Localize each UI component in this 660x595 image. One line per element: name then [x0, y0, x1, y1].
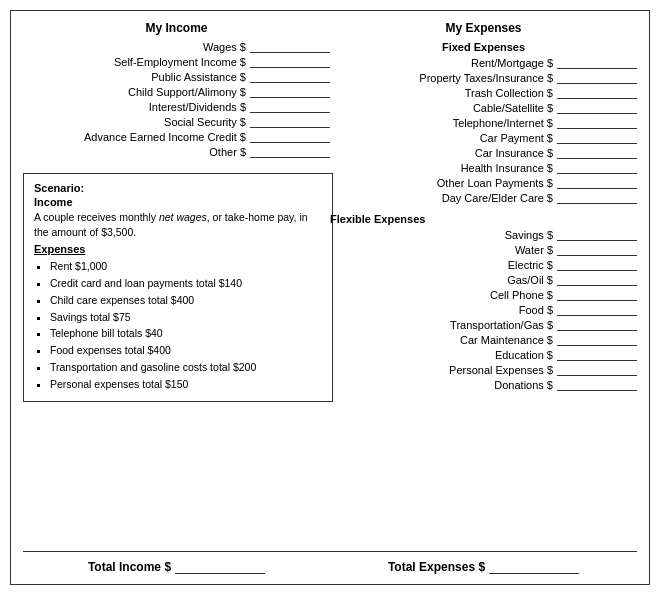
- expense-line-cellphone: [557, 289, 637, 301]
- expense-row: Day Care/Elder Care $: [330, 192, 637, 204]
- expense-label-gasoil: Gas/Oil $: [507, 274, 553, 286]
- total-income-line: [175, 560, 265, 574]
- expense-row: Food $: [330, 304, 637, 316]
- income-label-social: Social Security $: [164, 116, 246, 128]
- flexible-expense-rows: Savings $ Water $ Electric $ Gas/Oil $ C…: [330, 229, 637, 394]
- expense-label-water: Water $: [515, 244, 553, 256]
- expense-row: Water $: [330, 244, 637, 256]
- total-income-section: Total Income $: [23, 560, 330, 574]
- expense-line-transgas: [557, 319, 637, 331]
- expense-label-education: Education $: [495, 349, 553, 361]
- income-line-wages: [250, 41, 330, 53]
- expense-line-carinsurance: [557, 147, 637, 159]
- income-row: Other $: [23, 146, 330, 158]
- expense-row: Donations $: [330, 379, 637, 391]
- income-row: Child Support/Alimony $: [23, 86, 330, 98]
- main-content: My Income Wages $ Self-Employment Income…: [23, 21, 637, 543]
- bullet-rent: Rent $1,000: [50, 259, 322, 275]
- expense-row: Cable/Satellite $: [330, 102, 637, 114]
- expense-row: Telephone/Internet $: [330, 117, 637, 129]
- income-label-interest: Interest/Dividends $: [149, 101, 246, 113]
- income-label-self: Self-Employment Income $: [114, 56, 246, 68]
- scenario-income-text: A couple receives monthly net wages, or …: [34, 210, 322, 239]
- expense-line-rent: [557, 57, 637, 69]
- expense-label-transgas: Transportation/Gas $: [450, 319, 553, 331]
- expense-line-gasoil: [557, 274, 637, 286]
- expense-line-otherloan: [557, 177, 637, 189]
- net-wages-italic: net wages: [159, 211, 207, 223]
- total-expenses-section: Total Expenses $: [330, 560, 637, 574]
- right-panel: My Expenses Fixed Expenses Rent/Mortgage…: [330, 21, 637, 543]
- expense-label-trash: Trash Collection $: [465, 87, 553, 99]
- income-label-public: Public Assistance $: [151, 71, 246, 83]
- expense-label-daycare: Day Care/Elder Care $: [442, 192, 553, 204]
- income-rows: Wages $ Self-Employment Income $ Public …: [23, 41, 330, 161]
- scenario-expenses-label: Expenses: [34, 243, 322, 255]
- expense-label-savings: Savings $: [505, 229, 553, 241]
- expense-line-health: [557, 162, 637, 174]
- expense-line-property: [557, 72, 637, 84]
- expense-label-rent: Rent/Mortgage $: [471, 57, 553, 69]
- bullet-transport: Transportation and gasoline costs total …: [50, 360, 322, 376]
- expense-label-food: Food $: [519, 304, 553, 316]
- expense-line-electric: [557, 259, 637, 271]
- income-line-self: [250, 56, 330, 68]
- page: My Income Wages $ Self-Employment Income…: [10, 10, 650, 585]
- expense-line-water: [557, 244, 637, 256]
- income-row: Interest/Dividends $: [23, 101, 330, 113]
- bottom-section: Total Income $ Total Expenses $: [23, 551, 637, 574]
- income-line-interest: [250, 101, 330, 113]
- total-income-label: Total Income $: [88, 560, 171, 574]
- expense-row: Property Taxes/Insurance $: [330, 72, 637, 84]
- expense-label-carpayment: Car Payment $: [480, 132, 553, 144]
- left-panel: My Income Wages $ Self-Employment Income…: [23, 21, 330, 543]
- bullet-telephone: Telephone bill totals $40: [50, 326, 322, 342]
- expense-row: Health Insurance $: [330, 162, 637, 174]
- flexible-expenses-header: Flexible Expenses: [330, 213, 637, 225]
- expense-label-carmaint: Car Maintenance $: [460, 334, 553, 346]
- expense-line-carpayment: [557, 132, 637, 144]
- bullet-credit: Credit card and loan payments total $140: [50, 276, 322, 292]
- income-row: Social Security $: [23, 116, 330, 128]
- expense-line-cable: [557, 102, 637, 114]
- total-expenses-line: [489, 560, 579, 574]
- expense-label-otherloan: Other Loan Payments $: [437, 177, 553, 189]
- expense-row: Gas/Oil $: [330, 274, 637, 286]
- bullet-childcare: Child care expenses total $400: [50, 293, 322, 309]
- income-line-other: [250, 146, 330, 158]
- expense-row: Transportation/Gas $: [330, 319, 637, 331]
- expense-row: Electric $: [330, 259, 637, 271]
- expense-line-food: [557, 304, 637, 316]
- expense-line-education: [557, 349, 637, 361]
- expense-label-donations: Donations $: [494, 379, 553, 391]
- income-row: Wages $: [23, 41, 330, 53]
- income-line-advance: [250, 131, 330, 143]
- expense-line-savings: [557, 229, 637, 241]
- expense-row: Rent/Mortgage $: [330, 57, 637, 69]
- expense-line-personal: [557, 364, 637, 376]
- scenario-box: Scenario: Income A couple receives month…: [23, 173, 333, 402]
- scenario-bullets: Rent $1,000 Credit card and loan payment…: [34, 259, 322, 392]
- income-label-advance: Advance Earned Income Credit $: [84, 131, 246, 143]
- expense-row: Car Insurance $: [330, 147, 637, 159]
- bullet-food: Food expenses total $400: [50, 343, 322, 359]
- expense-row: Car Maintenance $: [330, 334, 637, 346]
- expense-label-health: Health Insurance $: [461, 162, 553, 174]
- expense-label-carinsurance: Car Insurance $: [475, 147, 553, 159]
- expense-label-cellphone: Cell Phone $: [490, 289, 553, 301]
- expense-line-donations: [557, 379, 637, 391]
- income-line-child: [250, 86, 330, 98]
- scenario-income-label: Income: [34, 196, 322, 208]
- expense-line-carmaint: [557, 334, 637, 346]
- bullet-personal: Personal expenses total $150: [50, 377, 322, 393]
- scenario-title: Scenario:: [34, 182, 322, 194]
- income-line-social: [250, 116, 330, 128]
- expense-row: Car Payment $: [330, 132, 637, 144]
- expense-row: Trash Collection $: [330, 87, 637, 99]
- expense-label-property: Property Taxes/Insurance $: [419, 72, 553, 84]
- expense-row: Education $: [330, 349, 637, 361]
- income-label-child: Child Support/Alimony $: [128, 86, 246, 98]
- expense-row: Personal Expenses $: [330, 364, 637, 376]
- income-row: Advance Earned Income Credit $: [23, 131, 330, 143]
- fixed-expenses-header: Fixed Expenses: [330, 41, 637, 53]
